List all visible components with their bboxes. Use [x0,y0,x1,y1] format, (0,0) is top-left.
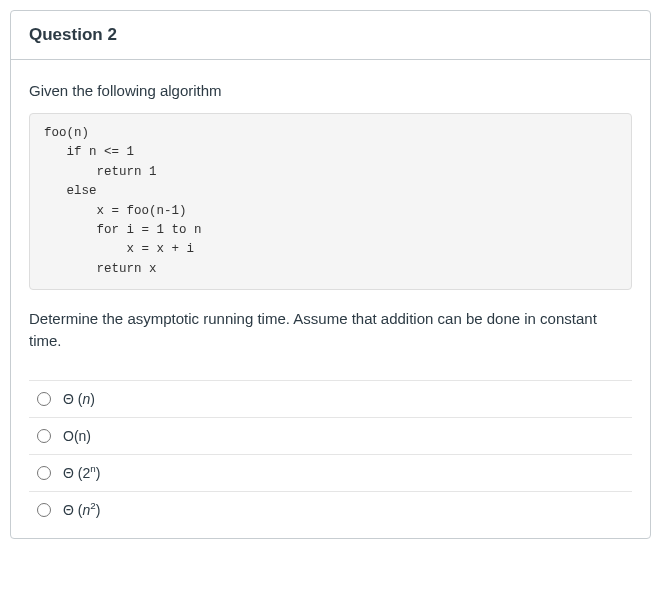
question-title: Question 2 [29,25,117,44]
question-prompt: Given the following algorithm [29,82,632,99]
option-label-2: O(n) [63,428,91,444]
code-block: foo(n) if n <= 1 return 1 else x = foo(n… [29,113,632,290]
option-row[interactable]: Θ (n) [29,380,632,417]
option-label-4: Θ (n2) [63,502,100,518]
question-card: Question 2 Given the following algorithm… [10,10,651,539]
option-row[interactable]: O(n) [29,417,632,454]
option-radio-2[interactable] [37,429,51,443]
option-radio-1[interactable] [37,392,51,406]
option-row[interactable]: Θ (n2) [29,491,632,528]
option-label-1: Θ (n) [63,391,95,407]
question-followup: Determine the asymptotic running time. A… [29,308,632,352]
question-body: Given the following algorithm foo(n) if … [11,60,650,538]
option-radio-3[interactable] [37,466,51,480]
option-label-3: Θ (2n) [63,465,100,481]
question-header: Question 2 [11,11,650,60]
options-list: Θ (n) O(n) Θ (2n) Θ (n2) [29,380,632,528]
option-radio-4[interactable] [37,503,51,517]
option-row[interactable]: Θ (2n) [29,454,632,491]
